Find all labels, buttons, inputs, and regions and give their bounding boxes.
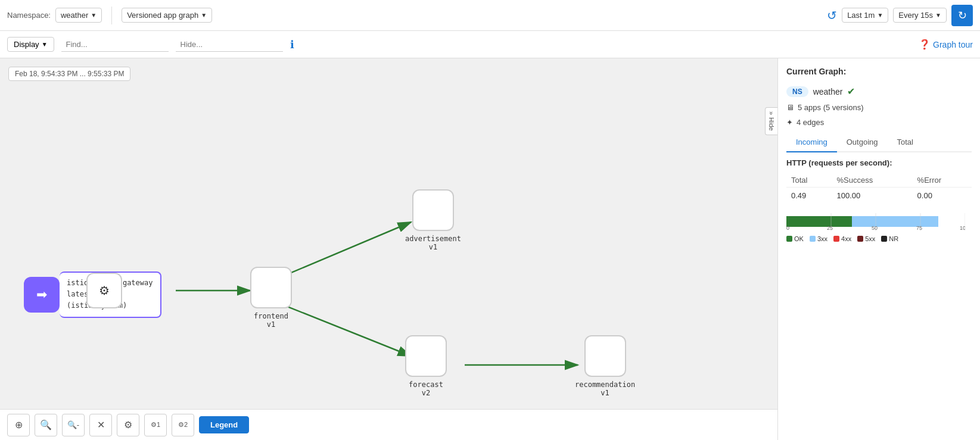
hide-panel-button[interactable]: » Hide <box>765 107 777 135</box>
svg-rect-6 <box>852 216 938 227</box>
forecast-node[interactable]: forecastv2 <box>405 335 447 397</box>
refresh-button[interactable]: ↻ <box>951 5 973 26</box>
tab-outgoing[interactable]: Outgoing <box>837 133 888 152</box>
namespace-value: weather <box>61 11 88 20</box>
svg-text:50: 50 <box>872 225 878 231</box>
hub-node[interactable]: ⚙ <box>86 273 122 308</box>
col-error: %Error <box>913 173 972 188</box>
legend-ok-dot <box>786 236 792 242</box>
ns-badge: NS <box>786 86 808 97</box>
svg-text:75: 75 <box>916 225 922 231</box>
legend-nr: NR <box>881 235 898 242</box>
legend-4xx-label: 4xx <box>841 235 851 242</box>
graph-tour-icon: ❓ <box>919 39 931 50</box>
info-icon[interactable]: ℹ <box>290 38 294 51</box>
apps-stat-row: 🖥 5 apps (5 versions) <box>786 103 972 112</box>
interval-chevron: ▼ <box>935 12 941 18</box>
tab-incoming[interactable]: Incoming <box>786 133 837 152</box>
recommendation-label: recommendationv1 <box>575 380 635 397</box>
frontend-node[interactable]: frontendv1 <box>250 267 292 329</box>
hub-icon: ⚙ <box>99 283 110 298</box>
interval-value: Every 15s <box>898 11 933 20</box>
time-range-select[interactable]: Last 1m ▼ <box>842 8 888 23</box>
zoom-in-button[interactable]: 🔍 <box>35 414 57 436</box>
graph-tour-link[interactable]: ❓ Graph tour <box>919 39 973 50</box>
graph-type-value: Versioned app graph <box>127 11 198 20</box>
val-error: 0.00 <box>913 188 972 204</box>
vertical-divider <box>111 7 112 24</box>
legend-5xx-dot <box>857 236 863 242</box>
legend-3xx: 3xx <box>810 235 827 242</box>
legend-3xx-dot <box>810 236 816 242</box>
legend-ok-label: OK <box>794 235 804 242</box>
tab-total[interactable]: Total <box>888 133 923 152</box>
col-total: Total <box>786 173 832 188</box>
advertisement-label: advertisementv1 <box>405 235 461 251</box>
legend-nr-label: NR <box>889 235 898 242</box>
col-success: %Success <box>832 173 913 188</box>
time-range-chevron: ▼ <box>877 12 883 18</box>
timestamp: Feb 18, 9:54:33 PM ... 9:55:33 PM <box>8 67 130 81</box>
graph-arrows <box>0 58 777 440</box>
val-success: 100.00 <box>832 188 913 204</box>
check-icon: ✔ <box>847 86 855 97</box>
legend-ok: OK <box>786 235 804 242</box>
forecast-box <box>405 335 447 377</box>
legend-3xx-label: 3xx <box>817 235 827 242</box>
legend-nr-dot <box>881 236 887 242</box>
fit-graph-button[interactable]: ⊕ <box>7 414 30 436</box>
hide-panel-arrows: » <box>768 111 775 115</box>
edges-label: 4 edges <box>797 118 824 127</box>
edges-icon: ✦ <box>786 118 793 127</box>
hide-panel-label: Hide <box>768 117 775 131</box>
graph-type-select[interactable]: Versioned app graph ▼ <box>122 8 212 23</box>
gateway-icon-box: ➡ <box>24 277 60 313</box>
history-icon: ↺ <box>827 8 837 23</box>
namespace-label: Namespace: <box>7 11 51 20</box>
recommendation-box <box>584 335 626 377</box>
layout-2-button[interactable]: ⚙2 <box>172 414 194 436</box>
main-area: Feb 18, 9:54:33 PM ... 9:55:33 PM ➡ <box>0 58 980 440</box>
http-table: Total %Success %Error 0.49 100.00 0.00 <box>786 173 972 204</box>
tabs-row: Incoming Outgoing Total <box>786 133 972 152</box>
recommendation-node[interactable]: recommendationv1 <box>575 335 635 397</box>
bar-chart: 0 25 50 75 100 OK 3xx 4xx <box>786 213 972 242</box>
legend-4xx: 4xx <box>833 235 851 242</box>
layout-1-button[interactable]: ⚙1 <box>144 414 167 436</box>
legend-4xx-dot <box>833 236 839 242</box>
namespace-chevron: ▼ <box>91 12 97 18</box>
side-panel: Current Graph: NS weather ✔ 🖥 5 apps (5 … <box>777 58 980 440</box>
second-bar: Display ▼ ℹ ❓ Graph tour <box>0 31 980 58</box>
zoom-out-button[interactable]: 🔍- <box>62 414 85 436</box>
svg-text:0: 0 <box>786 225 789 231</box>
graph-canvas[interactable]: Feb 18, 9:54:33 PM ... 9:55:33 PM ➡ <box>0 58 777 440</box>
ns-name: weather <box>813 87 843 96</box>
reset-button[interactable]: ✕ <box>89 414 112 436</box>
svg-text:100: 100 <box>960 225 965 231</box>
display-button[interactable]: Display ▼ <box>7 37 54 52</box>
layout-button[interactable]: ⚙ <box>117 414 139 436</box>
advertisement-box <box>412 189 454 231</box>
advertisement-node[interactable]: advertisementv1 <box>405 189 461 251</box>
legend-button[interactable]: Legend <box>199 416 249 433</box>
frontend-box <box>250 267 292 308</box>
http-title: HTTP (requests per second): <box>786 158 972 167</box>
frontend-label: frontendv1 <box>254 312 288 329</box>
time-range-value: Last 1m <box>847 11 875 20</box>
svg-rect-5 <box>786 216 852 227</box>
current-graph-title: Current Graph: <box>786 67 972 76</box>
display-chevron: ▼ <box>42 41 48 48</box>
apps-label: 5 apps (5 versions) <box>798 103 864 112</box>
graph-type-chevron: ▼ <box>201 12 207 18</box>
bar-chart-legend: OK 3xx 4xx 5xx NR <box>786 235 972 242</box>
namespace-select[interactable]: weather ▼ <box>55 8 102 23</box>
hide-input[interactable] <box>176 38 283 52</box>
find-input[interactable] <box>61 38 169 52</box>
interval-select[interactable]: Every 15s ▼ <box>893 8 947 23</box>
svg-line-3 <box>277 302 411 356</box>
top-bar-right: ↺ Last 1m ▼ Every 15s ▼ ↻ <box>827 5 973 26</box>
http-table-row: 0.49 100.00 0.00 <box>786 188 972 204</box>
namespace-row: NS weather ✔ <box>786 86 972 97</box>
legend-5xx-label: 5xx <box>865 235 875 242</box>
top-bar: Namespace: weather ▼ Versioned app graph… <box>0 0 980 31</box>
